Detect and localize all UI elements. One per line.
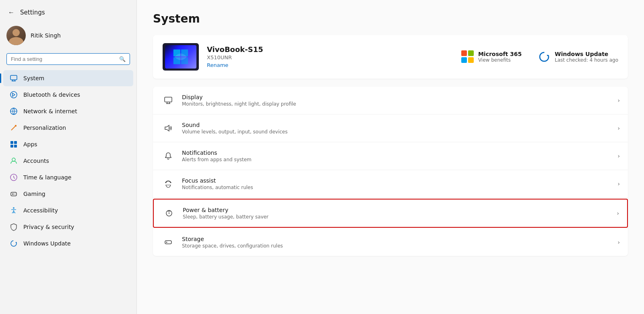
focus-assist-text: Focus assist Notifications, automatic ru…	[182, 177, 611, 190]
settings-item-display[interactable]: Display Monitors, brightness, night ligh…	[153, 87, 628, 114]
display-text: Display Monitors, brightness, night ligh…	[182, 94, 611, 107]
power-battery-title: Power & battery	[183, 207, 610, 213]
sidebar-item-privacy[interactable]: Privacy & security	[3, 219, 133, 235]
windows-update-title: Windows Update	[555, 51, 618, 57]
notifications-desc: Alerts from apps and system	[182, 157, 611, 162]
windows-update-subtitle: Last checked: 4 hours ago	[555, 57, 618, 63]
svg-point-21	[11, 241, 17, 246]
sidebar-item-label: Gaming	[23, 191, 45, 197]
network-nav-icon	[10, 107, 18, 115]
svg-rect-9	[14, 141, 17, 144]
bluetooth-nav-icon	[10, 91, 18, 99]
storage-desc: Storage space, drives, configuration rul…	[182, 243, 611, 249]
svg-point-19	[14, 194, 15, 195]
search-icon: 🔍	[119, 56, 126, 62]
svg-rect-0	[10, 75, 17, 80]
notifications-icon	[161, 149, 175, 163]
display-desc: Monitors, brightness, night light, displ…	[182, 101, 611, 107]
svg-rect-39	[165, 241, 171, 244]
focus-assist-desc: Notifications, automatic rules	[182, 185, 611, 190]
settings-item-power-battery[interactable]: Power & battery Sleep, battery usage, ba…	[153, 199, 628, 228]
settings-list: Display Monitors, brightness, night ligh…	[153, 87, 628, 256]
device-actions: Microsoft 365 View benefits Windows Upda…	[461, 50, 618, 63]
search-input[interactable]	[11, 56, 116, 62]
sidebar-item-system[interactable]: System	[3, 70, 133, 86]
sidebar-title: Settings	[20, 9, 45, 16]
sidebar-item-label: Bluetooth & devices	[23, 91, 80, 98]
apps-nav-icon	[10, 140, 18, 148]
sidebar-item-windows-update[interactable]: Windows Update	[3, 235, 133, 252]
device-info: VivoBook-S15 X510UNR Rename	[207, 45, 453, 69]
settings-item-storage[interactable]: Storage Storage space, drives, configura…	[153, 229, 628, 256]
settings-item-notifications[interactable]: Notifications Alerts from apps and syste…	[153, 142, 628, 170]
time-nav-icon	[10, 173, 18, 181]
sidebar-item-label: Privacy & security	[23, 224, 74, 230]
power-battery-desc: Sleep, battery usage, battery saver	[183, 214, 610, 220]
refresh-icon	[539, 51, 550, 62]
username: Ritik Singh	[31, 32, 61, 39]
sidebar-item-personalization[interactable]: Personalization	[3, 120, 133, 136]
windows-update-action[interactable]: Windows Update Last checked: 4 hours ago	[538, 50, 618, 63]
storage-text: Storage Storage space, drives, configura…	[182, 236, 611, 249]
sound-text: Sound Volume levels, output, input, soun…	[182, 122, 611, 135]
sound-desc: Volume levels, output, input, sound devi…	[182, 129, 611, 135]
sidebar-item-label: Time & language	[23, 174, 71, 181]
sidebar-item-label: Network & internet	[23, 108, 77, 114]
sound-title: Sound	[182, 122, 611, 128]
rename-button[interactable]: Rename	[207, 62, 228, 68]
device-card: VivoBook-S15 X510UNR Rename Microsoft 36…	[153, 35, 628, 79]
svg-rect-29	[165, 97, 172, 102]
page-title: System	[153, 12, 628, 25]
chevron-right-icon: ›	[617, 125, 620, 131]
search-box[interactable]: 🔍	[6, 53, 130, 65]
chevron-right-icon: ›	[617, 239, 620, 245]
svg-line-15	[14, 177, 15, 179]
sidebar-item-network[interactable]: Network & internet	[3, 103, 133, 119]
microsoft365-text: Microsoft 365 View benefits	[478, 51, 522, 63]
settings-item-sound[interactable]: Sound Volume levels, output, input, soun…	[153, 114, 628, 142]
focus-assist-title: Focus assist	[182, 177, 611, 184]
sidebar-item-accounts[interactable]: Accounts	[3, 153, 133, 169]
power-battery-text: Power & battery Sleep, battery usage, ba…	[183, 207, 610, 220]
privacy-nav-icon	[10, 223, 18, 231]
nav-list: System Bluetooth & devices Network & int…	[0, 70, 136, 252]
sidebar-item-time[interactable]: Time & language	[3, 169, 133, 185]
microsoft365-title: Microsoft 365	[478, 51, 522, 57]
ms-sq-blue	[461, 57, 467, 63]
notifications-text: Notifications Alerts from apps and syste…	[182, 150, 611, 162]
sidebar-item-label: Accounts	[23, 158, 49, 164]
sidebar-item-label: Personalization	[23, 125, 66, 131]
chevron-right-icon: ›	[617, 181, 620, 187]
microsoft365-icon	[461, 50, 474, 63]
sidebar: ← Settings Ritik Singh 🔍 System Bluetoot…	[0, 0, 137, 314]
accounts-nav-icon	[10, 157, 18, 165]
svg-rect-7	[15, 125, 17, 127]
svg-point-40	[166, 242, 167, 243]
sidebar-item-bluetooth[interactable]: Bluetooth & devices	[3, 87, 133, 103]
windows-update-icon	[538, 50, 551, 63]
avatar	[6, 26, 26, 45]
sidebar-item-label: Windows Update	[23, 240, 71, 247]
sidebar-item-gaming[interactable]: Gaming	[3, 186, 133, 202]
svg-point-4	[10, 91, 17, 98]
chevron-right-icon: ›	[617, 97, 620, 104]
personalization-nav-icon	[10, 124, 18, 132]
windows-update-nav-icon	[10, 239, 18, 247]
sidebar-item-label: Accessibility	[23, 207, 58, 214]
sidebar-item-label: System	[23, 75, 44, 81]
back-button[interactable]: ←	[6, 7, 16, 18]
microsoft365-subtitle: View benefits	[478, 57, 522, 63]
sidebar-item-accessibility[interactable]: Accessibility	[3, 202, 133, 218]
system-nav-icon	[10, 74, 18, 82]
chevron-right-icon: ›	[617, 153, 620, 159]
svg-marker-33	[165, 125, 169, 131]
user-section: Ritik Singh	[0, 22, 136, 52]
focus-assist-icon	[161, 177, 175, 191]
microsoft365-action[interactable]: Microsoft 365 View benefits	[461, 50, 522, 63]
notifications-title: Notifications	[182, 150, 611, 156]
display-title: Display	[182, 94, 611, 100]
display-icon	[161, 93, 175, 108]
settings-item-focus-assist[interactable]: Focus assist Notifications, automatic ru…	[153, 170, 628, 198]
sidebar-item-apps[interactable]: Apps	[3, 136, 133, 152]
svg-rect-11	[14, 145, 17, 148]
